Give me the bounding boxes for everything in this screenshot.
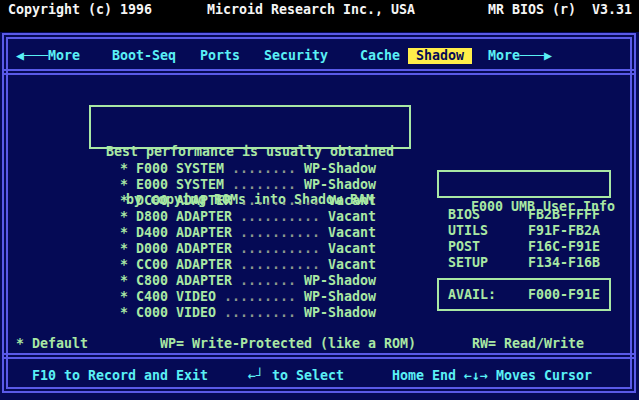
hint-record-exit: F10 to Record and Exit [32,368,208,384]
tab-more-left[interactable]: ◀───More [16,48,80,64]
region-value: Vacant [328,241,376,256]
shadow-row-d000[interactable]: * D000 ADAPTER .......... Vacant [120,241,376,257]
region-value: Vacant [328,193,376,208]
menu-separator-line [2,69,636,75]
region-value: WP-Shadow [304,273,376,288]
region-value: Vacant [328,209,376,224]
region-label: D000 ADAPTER [136,241,232,256]
region-label: D800 ADAPTER [136,209,232,224]
default-star: * [120,289,128,304]
default-star: * [120,193,128,208]
umb-name: POST [448,239,528,255]
region-label: DC00 ADAPTER [136,193,232,208]
dot-leader: .......... [240,225,320,240]
region-label: C400 VIDEO [136,289,216,304]
shadow-row-dc00[interactable]: * DC00 ADAPTER .......... Vacant [120,193,376,209]
region-value: WP-Shadow [304,289,376,304]
bios-setup-screen: Copyright (c) 1996 Microid Research Inc.… [0,0,639,400]
region-value: WP-Shadow [304,305,376,320]
dot-leader: ........ [232,177,296,192]
titlebar-company: Microid Research Inc., USA [207,2,415,18]
region-value: WP-Shadow [304,177,376,192]
shadow-row-cc00[interactable]: * CC00 ADAPTER .......... Vacant [120,257,376,273]
umb-name: UTILS [448,223,528,239]
default-star: * [120,225,128,240]
tab-shadow[interactable]: Shadow [408,48,472,64]
umb-name: SETUP [448,255,528,271]
legend-default: Default [32,336,88,352]
default-star: * [120,209,128,224]
umb-info-rows: BIOSFB2B-FFFF UTILSF91F-FB2A POSTF16C-F9… [448,207,600,271]
dot-leader: ....... [240,273,296,288]
umb-row-post: POSTF16C-F91E [448,239,600,255]
tab-boot-seq[interactable]: Boot-Seq [112,48,176,64]
tab-security[interactable]: Security [264,48,328,64]
shadow-row-c800[interactable]: * C800 ADAPTER ....... WP-Shadow [120,273,376,289]
region-value: Vacant [328,225,376,240]
umb-range: F134-F16B [528,255,600,270]
shadow-row-c000[interactable]: * C000 VIDEO ......... WP-Shadow [120,305,376,321]
default-star: * [120,161,128,176]
umb-range: F91F-FB2A [528,223,600,238]
umb-avail-box: AVAIL:F000-F91E [437,278,611,311]
hint-line-1: Best performance is usually obtained [91,144,409,160]
dot-leader: ......... [224,305,296,320]
shadow-row-e000[interactable]: * E000 SYSTEM ........ WP-Shadow [120,177,376,193]
tab-ports[interactable]: Ports [200,48,240,64]
dot-leader: ......... [224,289,296,304]
region-label: C800 ADAPTER [136,273,232,288]
default-star: * [120,273,128,288]
umb-row-bios: BIOSFB2B-FFFF [448,207,600,223]
shadow-row-c400[interactable]: * C400 VIDEO ......... WP-Shadow [120,289,376,305]
dot-leader: .......... [240,193,320,208]
region-label: D400 ADAPTER [136,225,232,240]
dot-leader: .......... [240,209,320,224]
dot-leader: .......... [240,257,320,272]
dot-leader: .......... [240,241,320,256]
dot-leader: ........ [232,161,296,176]
default-star: * [120,241,128,256]
umb-range: FB2B-FFFF [528,207,600,222]
tab-more-right[interactable]: More───▶ [488,48,552,64]
umb-range: F16C-F91E [528,239,600,254]
default-star: * [120,305,128,320]
default-star: * [120,177,128,192]
region-label: E000 SYSTEM [136,177,224,192]
region-label: C000 VIDEO [136,305,216,320]
avail-label: AVAIL: [448,287,528,303]
region-value: WP-Shadow [304,161,376,176]
hint-select: ←┘ to Select [248,368,344,384]
shadow-row-d400[interactable]: * D400 ADAPTER .......... Vacant [120,225,376,241]
shadow-region-list: * F000 SYSTEM ........ WP-Shadow * E000 … [120,161,376,321]
region-label: CC00 ADAPTER [136,257,232,272]
region-label: F000 SYSTEM [136,161,224,176]
avail-range: F000-F91E [528,287,600,302]
umb-row-utils: UTILSF91F-FB2A [448,223,600,239]
hint-select-label: to Select [272,368,344,383]
footer-separator-line [2,353,636,359]
umb-info-title-box: F000 UMB User Info [437,170,611,198]
titlebar-version: MR BIOS (r) V3.31 [488,2,632,18]
default-star: * [120,257,128,272]
legend-rw: RW= Read/Write [472,336,584,352]
performance-hint-box: Best performance is usually obtained by … [89,105,411,149]
region-value: Vacant [328,257,376,272]
tab-cache[interactable]: Cache [360,48,400,64]
titlebar-copyright: Copyright (c) 1996 [8,2,152,18]
shadow-row-d800[interactable]: * D800 ADAPTER .......... Vacant [120,209,376,225]
legend-star: * [16,336,24,352]
shadow-row-f000[interactable]: * F000 SYSTEM ........ WP-Shadow [120,161,376,177]
hint-moves-cursor: Home End ←↓→ Moves Cursor [392,368,592,384]
legend-wp: WP= Write-Protected (like a ROM) [160,336,416,352]
umb-name: BIOS [448,207,528,223]
umb-row-setup: SETUPF134-F16B [448,255,600,271]
enter-key-icon: ←┘ [248,368,264,383]
